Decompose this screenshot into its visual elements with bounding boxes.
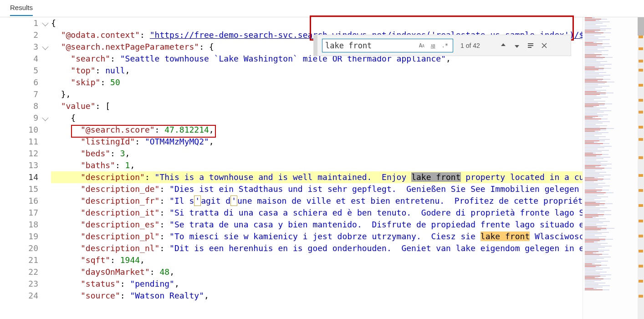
line-number: 20 <box>17 242 38 254</box>
scroll-match-tick[interactable] <box>639 235 643 237</box>
chevron-down-icon[interactable] <box>42 20 48 26</box>
tab-bar: Results <box>0 0 644 17</box>
scroll-overview[interactable] <box>638 17 644 319</box>
line-number: 9 <box>17 112 38 124</box>
line-number: 15 <box>17 183 38 195</box>
line-number: 19 <box>17 231 38 242</box>
scroll-match-tick[interactable] <box>639 265 643 268</box>
chevron-down-icon[interactable] <box>42 44 48 50</box>
search-input[interactable]: lake front Aa ab .* <box>322 39 453 52</box>
scroll-match-tick[interactable] <box>639 280 643 283</box>
code-line[interactable]: "description_fr": "Il s'agit d'une maiso… <box>51 195 583 207</box>
line-number-gutter: 123456789101112131415161718192021222324 <box>17 17 38 302</box>
match-case-icon[interactable]: Aa <box>417 41 426 50</box>
chevron-down-icon[interactable] <box>42 115 48 121</box>
code-line[interactable]: "top": null, <box>51 65 583 77</box>
scroll-match-tick[interactable] <box>639 156 643 159</box>
scroll-match-tick[interactable] <box>639 250 643 252</box>
line-number: 11 <box>17 136 38 148</box>
scroll-match-tick[interactable] <box>639 189 643 192</box>
line-number: 4 <box>17 53 38 65</box>
scroll-match-tick[interactable] <box>639 111 643 113</box>
code-line[interactable]: "status": "pending", <box>51 278 583 290</box>
search-expand-handle[interactable] <box>314 35 317 56</box>
minimap[interactable] <box>583 17 644 319</box>
code-line[interactable]: "@search.score": 47.812214, <box>51 124 583 136</box>
code-line[interactable]: "description_pl": "To miesci sie w kamie… <box>51 231 583 242</box>
scroll-match-tick[interactable] <box>639 47 643 50</box>
line-number: 22 <box>17 266 38 278</box>
search-panel: lake front Aa ab .* 1 of 42 <box>313 35 571 56</box>
code-line[interactable]: { <box>51 112 583 124</box>
scroll-match-tick[interactable] <box>639 69 643 72</box>
close-icon[interactable] <box>541 42 548 49</box>
scroll-match-tick[interactable] <box>639 36 643 38</box>
line-number: 8 <box>17 100 38 112</box>
code-line[interactable]: "description_es": "Se trata de una casa … <box>51 219 583 231</box>
code-editor[interactable]: 123456789101112131415161718192021222324 … <box>0 17 644 319</box>
line-number: 12 <box>17 148 38 160</box>
scroll-match-tick[interactable] <box>639 204 643 207</box>
code-line[interactable]: "listingId": "OTM4MzMyMQ2", <box>51 136 583 148</box>
code-line[interactable]: "description_it": "Si tratta di una casa… <box>51 207 583 219</box>
code-line[interactable]: "value": [ <box>51 100 583 112</box>
editor-content[interactable]: { "@odata.context": "https://free-demo-s… <box>51 17 583 319</box>
scroll-match-tick[interactable] <box>639 138 643 141</box>
line-number: 6 <box>17 77 38 88</box>
line-number: 21 <box>17 254 38 266</box>
line-number: 18 <box>17 219 38 231</box>
next-match-icon[interactable] <box>513 42 521 49</box>
code-line[interactable]: "description_de": "Dies ist ein Stadthau… <box>51 183 583 195</box>
whole-word-icon[interactable]: ab <box>429 41 437 50</box>
code-line[interactable]: "description": "This is a townhouse and … <box>51 171 583 183</box>
line-number: 3 <box>17 41 38 53</box>
regex-icon[interactable]: .* <box>440 41 450 50</box>
line-number: 7 <box>17 88 38 100</box>
line-number: 14 <box>17 171 38 183</box>
search-query-text: lake front <box>325 41 372 50</box>
scroll-match-tick[interactable] <box>639 84 643 87</box>
scrollbar-thumb[interactable] <box>638 17 644 36</box>
find-in-selection-icon[interactable] <box>527 42 534 49</box>
fold-gutter[interactable] <box>39 17 50 302</box>
code-line[interactable]: { <box>51 17 583 29</box>
search-count: 1 of 42 <box>460 42 492 49</box>
code-line[interactable]: "description_nl": "Dit is een herenhuis … <box>51 242 583 254</box>
code-line[interactable]: "skip": 50 <box>51 77 583 88</box>
code-line[interactable]: "source": "Watson Realty", <box>51 290 583 302</box>
line-number: 1 <box>17 17 38 29</box>
code-line[interactable]: "sqft": 1944, <box>51 254 583 266</box>
code-line[interactable]: "daysOnMarket": 48, <box>51 266 583 278</box>
scroll-match-tick[interactable] <box>639 60 643 62</box>
code-line[interactable]: "baths": 1, <box>51 160 583 171</box>
code-line[interactable]: "beds": 3, <box>51 148 583 160</box>
line-number: 24 <box>17 290 38 302</box>
line-number: 13 <box>17 160 38 171</box>
scroll-match-tick[interactable] <box>639 295 643 298</box>
scroll-match-tick[interactable] <box>639 220 643 222</box>
prev-match-icon[interactable] <box>500 42 507 49</box>
line-number: 2 <box>17 29 38 41</box>
scroll-match-tick[interactable] <box>639 99 643 102</box>
results-tab[interactable]: Results <box>10 0 33 16</box>
line-number: 17 <box>17 207 38 219</box>
code-line[interactable]: }, <box>51 88 583 100</box>
line-number: 23 <box>17 278 38 290</box>
scroll-match-tick[interactable] <box>639 174 643 177</box>
line-number: 16 <box>17 195 38 207</box>
scroll-match-tick[interactable] <box>639 126 643 129</box>
line-number: 5 <box>17 65 38 77</box>
line-number: 10 <box>17 124 38 136</box>
